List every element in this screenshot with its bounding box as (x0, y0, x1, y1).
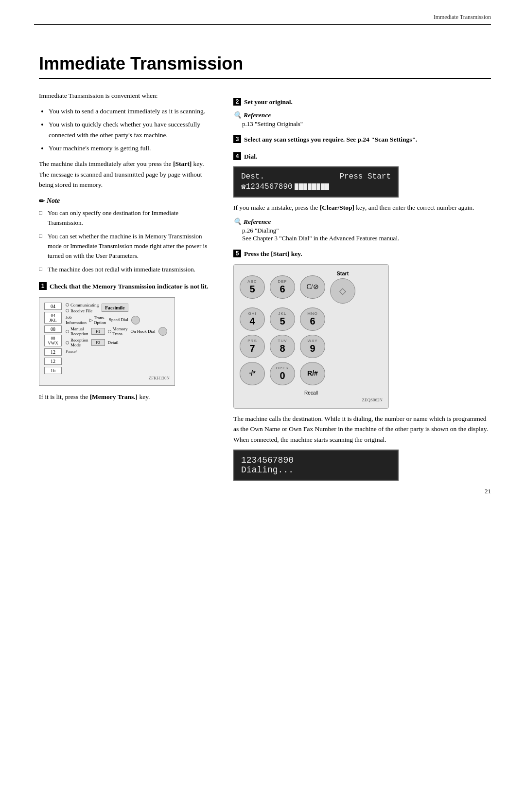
facsimile-button[interactable]: Facsimile (102, 304, 128, 312)
key-4-main: 4 (249, 316, 255, 326)
display-row2: ☎ 1234567890 (241, 182, 391, 192)
start-button[interactable]: ◇ (330, 278, 355, 304)
reference-1-text: p.13 "Setting Originals" (242, 120, 491, 128)
detail-label: Detail (108, 340, 119, 345)
fax-panel-inner: 04 04 JKL 08 08 VWX 12 12 16 (44, 303, 170, 374)
key-0-sub: OPER (276, 366, 289, 370)
step-1-text: Check that the Memory Transmission indic… (50, 282, 209, 291)
key-6-main: 6 (310, 316, 315, 326)
reference-1-label: Reference (244, 111, 271, 119)
mistake-text: If you make a mistake, press the [Clear/… (233, 202, 491, 213)
keypad-rows: ABC 5 DEF 6 C/⊘ Start (240, 271, 383, 396)
keypad-caption: ZEQS062N (240, 397, 383, 402)
key-6[interactable]: MNO 6 (300, 307, 325, 331)
step-3-text: Select any scan settings you require. Se… (244, 135, 418, 144)
intro-text: Immediate Transmission is convenient whe… (39, 90, 214, 101)
step-2-text: Set your original. (244, 97, 293, 107)
bullet-item-3: Your machine's memory is getting full. (49, 143, 214, 154)
key-6-top-sub: DEF (278, 279, 287, 284)
left-column: Immediate Transmission is convenient whe… (39, 90, 214, 486)
recall-label: Recall (240, 390, 383, 396)
fax-display: Dest. Press Start ☎ 1234567890 (233, 166, 399, 198)
key-8[interactable]: TUV 8 (270, 335, 295, 358)
page-header: Immediate Transmission (434, 14, 491, 21)
reference-1-section: 🔍 Reference p.13 "Setting Originals" (233, 111, 491, 128)
key-9-sub: WXY (307, 339, 317, 343)
key-6-top[interactable]: DEF 6 (270, 275, 295, 299)
panel-numbers: 04 04 JKL 08 08 VWX 12 12 16 (44, 303, 62, 374)
job-information-label: JobInformation (66, 315, 87, 325)
key-9-main: 9 (310, 343, 315, 354)
key-rhash[interactable]: R/# (300, 362, 325, 385)
panel-third-row: ManualReception F1 MemoryTrans. On Hook … (66, 326, 170, 336)
trans-option-label: ▷Trans.Option (89, 315, 106, 325)
keypad: ABC 5 DEF 6 C/⊘ Start (233, 264, 389, 409)
bar-6 (316, 183, 320, 190)
key-7-sub: PRS (247, 339, 257, 343)
step-3: 3 Select any scan settings you require. … (233, 135, 491, 144)
memory-trans-circle (108, 330, 111, 333)
diamond-icon: ◇ (339, 286, 346, 296)
on-hook-dial-button[interactable] (158, 327, 167, 336)
main-title: Immediate Transmission (39, 54, 491, 79)
display-bars (295, 183, 329, 190)
header-title: Immediate Transmission (434, 14, 491, 20)
reference-2-text-2: See Chapter 3 "Chain Dial" in the Advanc… (242, 235, 491, 242)
key-clear[interactable]: C/⊘ (300, 275, 325, 299)
f1-button[interactable]: F1 (91, 328, 105, 335)
key-5-top[interactable]: ABC 5 (240, 275, 265, 299)
reference-2-label: Reference (244, 218, 271, 226)
bar-2 (299, 183, 303, 190)
display-dest: Dest. (241, 172, 264, 181)
key-4[interactable]: GHI 4 (240, 307, 265, 331)
num-16: 16 (44, 367, 62, 374)
start-area: Start ◇ (330, 271, 355, 304)
reference-2-section: 🔍 Reference p.26 "Dialing" See Chapter 3… (233, 217, 491, 242)
key-5[interactable]: JKL 5 (270, 307, 295, 331)
manual-reception-circle (66, 330, 69, 333)
num-08vwx: 08 VWX (44, 335, 62, 346)
step-4-number: 4 (233, 152, 241, 160)
memory-trans-text: If it is lit, press the [Memory Trans.] … (39, 392, 214, 402)
key-6-top-main: 6 (280, 284, 285, 294)
bar-5 (312, 183, 316, 190)
communicating-indicator: Communicating (66, 303, 99, 307)
key-5-main: 5 (280, 316, 285, 326)
f2-button[interactable]: F2 (91, 339, 105, 346)
communicating-circle (66, 303, 69, 307)
panel-second-row: JobInformation ▷Trans.Option Speed Dial (66, 315, 170, 325)
keypad-row-3: ·/* OPER 0 R/# (240, 362, 383, 385)
step-2: 2 Set your original. (233, 97, 491, 107)
key-rhash-main: R/# (307, 370, 318, 377)
key-5-sub: JKL (279, 311, 287, 316)
display-number: 1234567890 (246, 182, 293, 191)
header-divider (34, 24, 491, 25)
search-icon-1: 🔍 (233, 111, 242, 119)
keypad-row-1: GHI 4 JKL 5 MNO 6 (240, 307, 383, 331)
pencil-icon: ✏ (39, 197, 45, 205)
bar-4 (308, 183, 312, 190)
call-text: The machine calls the destination. While… (233, 414, 491, 445)
key-5-top-main: 5 (249, 284, 255, 294)
step-1: 1 Check that the Memory Transmission ind… (39, 282, 214, 291)
bar-8 (325, 183, 329, 190)
key-9[interactable]: WXY 9 (300, 335, 325, 358)
key-star[interactable]: ·/* (240, 362, 265, 385)
body-text: The machine dials immediately after you … (39, 159, 214, 190)
manual-reception-indicator: ManualReception (66, 326, 88, 336)
key-7[interactable]: PRS 7 (240, 335, 265, 358)
num-04: 04 (44, 303, 62, 310)
key-8-main: 8 (280, 343, 285, 354)
memory-trans-indicator: MemoryTrans. (108, 326, 128, 336)
reception-mode-label: ReceptionMode (70, 338, 88, 347)
display-press-start: Press Start (339, 172, 391, 181)
clear-icon: C/⊘ (306, 283, 318, 291)
speed-dial-button[interactable] (131, 316, 140, 325)
page-number: 21 (485, 487, 491, 495)
key-6-sub: MNO (307, 311, 318, 316)
num-12b: 12 (44, 358, 62, 365)
bar-1 (295, 183, 298, 190)
key-0[interactable]: OPER 0 (270, 362, 295, 385)
start-label: Start (336, 271, 349, 276)
step-5: 5 Press the [Start] key. (233, 249, 491, 259)
